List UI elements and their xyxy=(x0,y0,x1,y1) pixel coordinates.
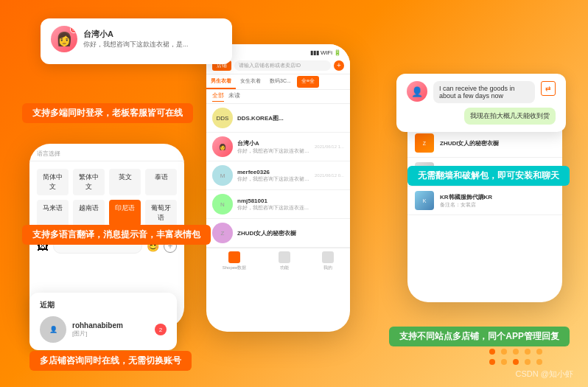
chat-item[interactable]: N nmj581001 你好，我想咨询下这款连衣连... xyxy=(206,190,350,219)
avatar: 👩 xyxy=(212,136,233,157)
chat-item[interactable]: 👩 台湾小A 你好，我想咨询下这款连衣裙，是... 2021/06/12 1..… xyxy=(206,133,350,161)
chat-name: nmj581001 xyxy=(237,198,344,204)
dot xyxy=(513,359,519,365)
avatar: 👩 8 xyxy=(51,26,77,52)
lang-simplified-chinese[interactable]: 简体中文 xyxy=(37,169,69,195)
function-icon xyxy=(279,251,290,263)
avatar: DDS xyxy=(212,108,233,128)
translate-icon[interactable]: ⇄ xyxy=(541,81,556,96)
message-bubble-received: I can receive the goods in about a few d… xyxy=(433,81,535,103)
avatar: N xyxy=(212,194,233,215)
recent-item[interactable]: 👤 rohhanabibem [图片] 2 xyxy=(40,316,167,343)
message-bubble-sent: 我现在拍大概几天能收到货 xyxy=(464,108,556,125)
avatar: M xyxy=(212,165,233,186)
lang-traditional-chinese[interactable]: 繁体中文 xyxy=(73,169,105,195)
banner-multilang: 支持多语言翻译，消息提示音，丰富表情包 xyxy=(22,225,211,245)
banner-multistore: 支持不同站点多店铺，同个APP管理回复 xyxy=(389,327,570,346)
shop-info: ZHUDI女人的秘密衣橱 xyxy=(440,139,555,147)
lang-vietnamese[interactable]: 越南语 xyxy=(73,200,105,226)
dot xyxy=(536,359,542,365)
category-tabs[interactable]: 男生衣着 女生衣着 数码3C... 全≡全 xyxy=(206,74,350,90)
dot xyxy=(525,349,531,355)
subtab-all[interactable]: 全部 xyxy=(212,91,224,102)
dot xyxy=(489,359,495,365)
wifi-icon: WiFi xyxy=(321,49,332,56)
shop-subtitle: 备注名：女装店 xyxy=(440,201,555,209)
add-button[interactable]: + xyxy=(334,60,344,71)
shop-icon: Z xyxy=(415,133,434,153)
chat-card-top: 👩 8 台湾小A 你好，我想咨询下这款连衣裙，是... xyxy=(41,18,232,64)
tab-all[interactable]: 全≡全 xyxy=(297,76,319,88)
lang-thai[interactable]: 泰语 xyxy=(145,169,177,195)
chat-info: DDS.KOREA图... xyxy=(237,114,344,122)
nav-item-profile[interactable]: 我的 xyxy=(322,251,334,271)
chat-card-right: 👤 I can receive the goods in about a few… xyxy=(396,74,566,132)
chat-name: ZHUDI女人的秘密衣橱 xyxy=(237,229,344,237)
avatar: Z xyxy=(212,223,233,243)
user-name: 台湾小A xyxy=(83,29,189,40)
banner-multistore-online: 多店铺咨询同时在线，无需切换账号 xyxy=(29,351,192,371)
chat-msg: 你好，我想咨询下这款连衣裙，是... xyxy=(237,147,310,155)
dot xyxy=(501,349,507,355)
shop-name: KR韩國服飾代購KR xyxy=(440,193,555,201)
chat-item[interactable]: M merfee0326 你好，我想咨询下这款连衣裙连... 2021/06/1… xyxy=(206,161,350,190)
chat-info: 台湾小A 你好，我想咨询下这款连衣裙，是... xyxy=(237,139,310,155)
shop-item[interactable]: K KR韩國服飾代購KR 备注名：女装店 xyxy=(407,186,562,215)
lang-panel-header: 语言选择 xyxy=(29,144,184,161)
banner-multidevice: 支持多端同时登录，老板客服皆可在线 xyxy=(22,103,193,123)
recent-card: 近期 👤 rohhanabibem [图片] 2 xyxy=(29,293,177,350)
unread-badge: 8 xyxy=(70,26,77,33)
chat-time: 2021/06/12 0... xyxy=(315,173,344,178)
user-message: 你好，我想咨询下这款连衣裙，是... xyxy=(83,40,189,49)
recent-subtitle: [图片] xyxy=(72,330,123,338)
lang-malay[interactable]: 马来语 xyxy=(37,200,69,226)
recent-header: 近期 xyxy=(40,300,167,310)
tab-digital[interactable]: 数码3C... xyxy=(265,74,295,89)
message-row-received: 👤 I can receive the goods in about a few… xyxy=(407,81,556,103)
chat-list: DDS DDS.KOREA图... 👩 台湾小A 你好，我想咨询下这款连衣裙，是… xyxy=(206,104,350,248)
banner-novpn: 无需翻墙和破解包，即可安装和聊天 xyxy=(407,166,570,186)
chat-name: merfee0326 xyxy=(237,169,310,175)
recent-name: rohhanabibem xyxy=(72,321,123,330)
shop-name: ZHUDI女人的秘密衣橱 xyxy=(440,139,555,147)
lang-indonesian[interactable]: 印尼语 xyxy=(109,200,141,226)
tab-womens[interactable]: 女生衣着 xyxy=(236,74,265,89)
subtabs[interactable]: 全部 未读 xyxy=(206,90,350,104)
nav-label: Shopee数据 xyxy=(223,265,247,271)
chat-name: DDS.KOREA图... xyxy=(237,114,344,122)
nav-item-function[interactable]: 功能 xyxy=(279,251,290,271)
dot xyxy=(525,359,531,365)
chat-info: nmj581001 你好，我想咨询下这款连衣连... xyxy=(237,198,344,212)
chat-item[interactable]: DDS DDS.KOREA图... xyxy=(206,104,350,133)
chat-time: 2021/06/12 1... xyxy=(315,144,344,149)
unread-badge: 2 xyxy=(155,324,167,335)
language-grid[interactable]: 简体中文 繁体中文 英文 泰语 马来语 越南语 印尼语 葡萄牙语 xyxy=(29,161,184,234)
shop-icon: K xyxy=(415,191,434,210)
profile-icon xyxy=(322,251,334,263)
avatar: 👤 xyxy=(407,81,427,102)
nav-item-data[interactable]: Shopee数据 xyxy=(223,251,247,271)
chat-name: 台湾小A xyxy=(237,139,310,147)
signal-icon: ▮▮▮ xyxy=(310,49,319,56)
avatar: 👤 xyxy=(40,316,66,343)
bottom-nav[interactable]: Shopee数据 功能 我的 xyxy=(206,248,350,274)
search-bar[interactable]: 请输入店铺名称或者卖店ID xyxy=(234,60,331,71)
dot xyxy=(536,349,542,355)
shop-item[interactable]: Z ZHUDI女人的秘密衣橱 xyxy=(407,129,562,158)
nav-label: 功能 xyxy=(280,265,289,271)
subtab-unread[interactable]: 未读 xyxy=(228,91,240,102)
recent-info: rohhanabibem [图片] xyxy=(72,321,123,338)
phone-shops: 近期 ● 全部 Z ZHUDI女人的秘密衣橱 M MEI SHOP日韩服饰 8 … xyxy=(407,111,562,302)
tab-mens[interactable]: 男生衣着 xyxy=(206,74,236,89)
chat-item[interactable]: Z ZHUDI女人的秘密衣橱 xyxy=(206,219,350,248)
battery-icon: 🔋 xyxy=(334,49,341,56)
dot xyxy=(513,349,519,355)
lang-portuguese[interactable]: 葡萄牙语 xyxy=(145,200,177,226)
watermark: CSDN @知小虾 xyxy=(516,369,573,380)
lang-english[interactable]: 英文 xyxy=(109,169,141,195)
message-row-sent: 我现在拍大概几天能收到货 xyxy=(407,108,556,125)
data-icon xyxy=(228,251,240,263)
dot xyxy=(489,349,495,355)
chat-msg: 你好，我想咨询下这款连衣裙连... xyxy=(237,175,310,183)
chat-info: ZHUDI女人的秘密衣橱 xyxy=(237,229,344,237)
